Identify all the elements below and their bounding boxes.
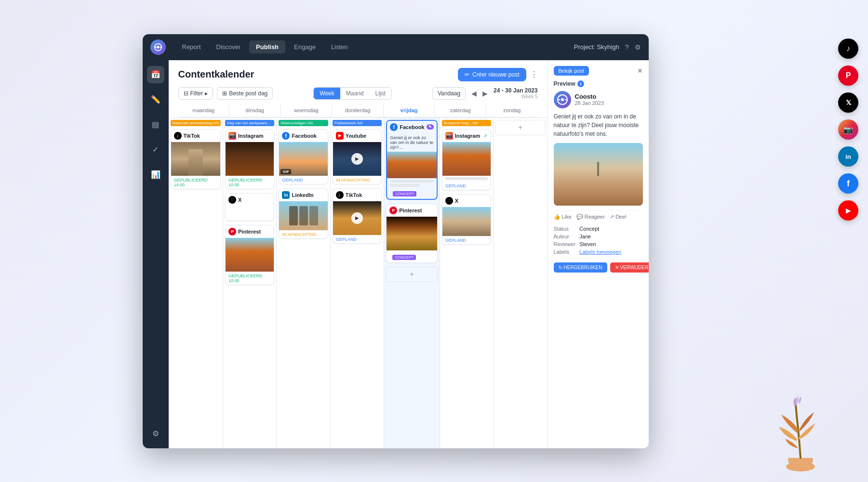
post-status: GEPUBLICEERD 10:00 [226, 272, 274, 285]
list-view-tab[interactable]: Lijst [370, 88, 391, 99]
sidebar-calendar-icon[interactable]: 📅 [147, 66, 164, 83]
post-card-pinterest-vrijdag[interactable]: P Pinterest CONCEPT [386, 204, 437, 263]
sidebar-layers-icon[interactable]: ▤ [147, 116, 164, 133]
day-donderdag: donderdag [332, 104, 384, 117]
tiktok-platform-icon: ♪ [174, 132, 182, 140]
post-image-beach2 [279, 201, 327, 230]
left-controls: ⊟ Filter ▸ ⊞ Beste post dag [178, 87, 273, 100]
post-card-tiktok-donderdag[interactable]: ♪ TikTok ▶ GEPLAND [333, 188, 382, 244]
post-card-tiktok-maandag[interactable]: ♪ TikTok GEPUBLICEERD 14:00 [171, 129, 221, 189]
instagram-platform-icon: 📷 [228, 132, 236, 140]
post-image-woman [226, 142, 274, 176]
nav-discover[interactable]: Discover [210, 40, 248, 53]
post-card-youtube-donderdag[interactable]: ▶ Youtube ▶ IN AFWACHTING [333, 129, 382, 184]
floating-linkedin-icon[interactable]: in [838, 146, 858, 167]
nav-publish[interactable]: Publish [249, 40, 285, 53]
post-card-pinterest-dinsdag[interactable]: P Pinterest GEPUBLICEERD 10:00 [225, 225, 274, 285]
share-action[interactable]: ↗ Deel [610, 214, 627, 220]
today-button[interactable]: Vandaag [432, 87, 466, 100]
nav-engage[interactable]: Engage [287, 40, 322, 53]
nav-report[interactable]: Report [175, 40, 208, 53]
nav-listen[interactable]: Listen [324, 40, 355, 53]
post-card-x-dinsdag[interactable]: 𝕏 X [225, 193, 274, 221]
pinterest-platform-icon: P [389, 207, 397, 214]
status-value: Concept [579, 226, 642, 232]
reuse-button[interactable]: ↻ HERGEBRUIKEN [554, 262, 607, 273]
svg-point-5 [561, 98, 564, 101]
prev-week-button[interactable]: ◀ [469, 89, 479, 98]
sidebar-chart-icon[interactable]: 📊 [147, 166, 164, 183]
post-card-instagram-dinsdag[interactable]: 📷 Instagram GEPUBLICEERD 10:00 [225, 129, 274, 189]
day-vrijdag: vrijdag [384, 104, 435, 117]
preview-avatar [554, 91, 571, 108]
day-maandag: maandag [178, 104, 230, 117]
sidebar-edit-icon[interactable]: ✏️ [147, 91, 164, 108]
reviewer-label: Reviewer [554, 241, 576, 247]
post-status: IN AFWACHTING [279, 230, 327, 238]
help-icon[interactable]: ? [625, 43, 629, 51]
platform-name: Facebook [400, 124, 424, 130]
top-nav: Report Discover Publish Engage Listen Pr… [143, 34, 649, 60]
zaterdag-banner: Europese Dag... 0/0 [442, 120, 491, 126]
author-label: Auteur [554, 234, 576, 239]
browser-window: Report Discover Publish Engage Listen Pr… [143, 34, 649, 448]
floating-instagram-icon[interactable]: 📷 [838, 119, 858, 140]
floating-tiktok-icon[interactable]: ♪ [838, 39, 858, 59]
post-card-instagram-zaterdag[interactable]: 📷 Instagram ✓ GEPLAND [442, 129, 491, 190]
floating-x-icon[interactable]: 𝕏 [838, 92, 858, 113]
add-post-button-vrijdag[interactable]: + [386, 267, 437, 282]
next-week-button[interactable]: ▶ [481, 89, 490, 98]
bekijk-post-button[interactable]: Bekijk post [554, 66, 589, 76]
month-view-tab[interactable]: Maand [340, 88, 370, 99]
platform-name: X [455, 198, 458, 204]
post-status: GEPUBLICEERD 10:00 [226, 176, 274, 189]
play-button: ▶ [351, 212, 363, 224]
post-image-beach: GIF [279, 142, 327, 176]
platform-name: Pinterest [399, 208, 422, 213]
week-view-tab[interactable]: Week [314, 88, 340, 99]
filter-button[interactable]: ⊟ Filter ▸ [178, 87, 214, 100]
concept-badge: CONCEPT [393, 191, 416, 196]
post-card-facebook-vrijdag[interactable]: f Facebook ✎ Geniet jij er ook zo van om… [386, 120, 437, 200]
add-post-button-zondag[interactable]: + [495, 120, 545, 135]
platform-name: Instagram [238, 133, 264, 139]
plus-icon: ✏ [465, 71, 469, 78]
floating-pinterest-icon[interactable]: P [838, 65, 858, 86]
sidebar-check-icon[interactable]: ✓ [147, 141, 164, 158]
labels-add-link[interactable]: Labels toevoegen [579, 249, 642, 255]
post-image-man [171, 142, 221, 176]
floating-youtube-icon[interactable]: ▶ [838, 200, 858, 221]
right-controls: Vandaag ◀ ▶ 24 - 30 Jan 2023 Week 5 [432, 87, 538, 100]
post-status: IN AFWACHTING [333, 176, 381, 184]
post-card-x-zaterdag[interactable]: 𝕏 X GEPLAND [442, 194, 491, 245]
calendar-header: Contentkalender ✏ Créer nieuwe post ⋮ [169, 60, 548, 118]
youtube-platform-icon: ▶ [336, 132, 344, 140]
post-card-facebook-woensdag[interactable]: f Facebook GIF GEPLAND [279, 129, 328, 184]
main-body: 📅 ✏️ ▤ ✓ 📊 ⚙ Contentkalender ✏ Créer nie… [143, 60, 649, 448]
sidebar-settings-icon[interactable]: ⚙ [147, 425, 164, 443]
day-col-woensdag: Watersoldagen 0/0 f Facebook GIF GEPLAND [277, 118, 330, 448]
best-day-button[interactable]: ⊞ Beste post dag [217, 87, 273, 100]
preview-image-inner [554, 143, 643, 206]
settings-icon[interactable]: ⚙ [635, 43, 641, 51]
floating-facebook-icon[interactable]: f [838, 173, 858, 194]
close-icon[interactable]: ✕ [637, 67, 643, 75]
person-silhouette [597, 162, 599, 176]
day-col-donderdag: Publiekweek 0/0 ▶ Youtube ▶ IN AFWACHTIN… [331, 118, 384, 448]
more-options-button[interactable]: ⋮ [530, 70, 538, 79]
comment-action[interactable]: 💬 Reageer [576, 214, 605, 220]
plant-decoration [772, 395, 829, 472]
post-image-sunset-pinterest [387, 217, 437, 250]
preview-author-date: 28 Jan 2023 [575, 100, 604, 106]
create-post-button[interactable]: ✏ Créer nieuwe post [458, 68, 526, 81]
pinterest-platform-icon: P [228, 228, 236, 235]
day-zaterdag: zaterdag [435, 104, 486, 117]
post-image-desert [442, 207, 491, 236]
like-action[interactable]: 👍 Like [554, 214, 572, 220]
skeleton-3 [445, 177, 488, 180]
facebook-platform-icon: f [282, 132, 290, 140]
app-logo[interactable] [150, 39, 166, 55]
post-card-linkedin-woensdag[interactable]: in LinkedIn IN AFWACHTING [279, 188, 328, 239]
post-image-video: ▶ [333, 142, 381, 176]
delete-button[interactable]: ✕ VERWIJDEREN [610, 262, 649, 273]
